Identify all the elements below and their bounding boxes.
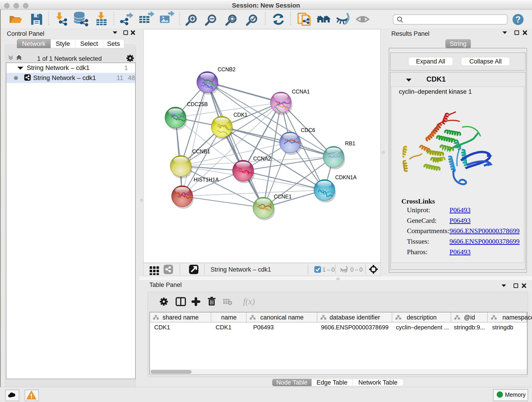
svg-text:CCNB1: CCNB1 bbox=[192, 148, 210, 154]
svg-text:?: ? bbox=[515, 15, 520, 24]
svg-text:f(x): f(x) bbox=[243, 297, 255, 306]
svg-text:String Network – cdk1: String Network – cdk1 bbox=[210, 266, 271, 273]
svg-text:CDC25B: CDC25B bbox=[187, 101, 208, 107]
svg-text:CDC6: CDC6 bbox=[301, 127, 315, 133]
svg-text:CCNA2: CCNA2 bbox=[253, 156, 271, 162]
svg-text:CCNB2: CCNB2 bbox=[218, 66, 235, 72]
svg-text:HIST1H1A: HIST1H1A bbox=[194, 177, 219, 183]
svg-text:CDK1: CDK1 bbox=[234, 112, 247, 118]
svg-text:CCNA1: CCNA1 bbox=[292, 89, 310, 95]
svg-text:1 – 0: 1 – 0 bbox=[322, 266, 335, 273]
svg-text:RB1: RB1 bbox=[345, 140, 355, 147]
svg-text:0 – 0: 0 – 0 bbox=[350, 266, 363, 273]
svg-text:CDKN1A: CDKN1A bbox=[335, 174, 357, 180]
svg-text:CCNE1: CCNE1 bbox=[274, 194, 292, 200]
